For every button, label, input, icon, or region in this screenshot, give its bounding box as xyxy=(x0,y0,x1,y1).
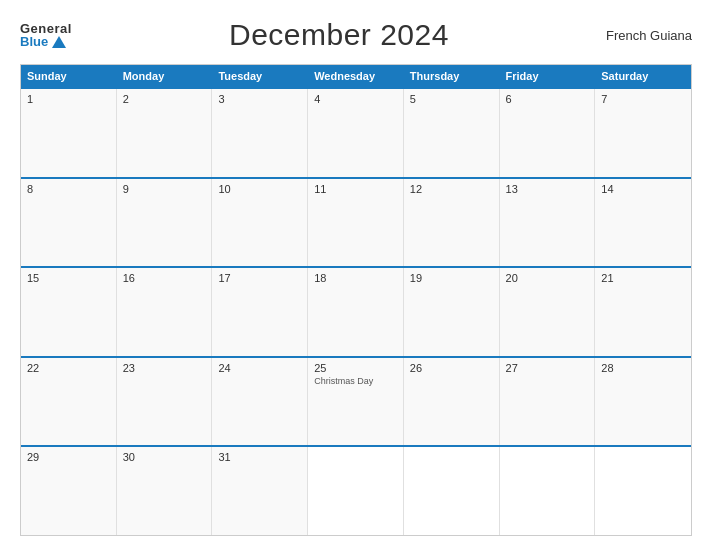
cell-17: 17 xyxy=(212,268,308,356)
col-header-thursday: Thursday xyxy=(404,65,500,87)
cell-14: 14 xyxy=(595,179,691,267)
logo-blue-row: Blue xyxy=(20,35,72,48)
col-header-monday: Monday xyxy=(117,65,213,87)
logo-triangle-icon xyxy=(52,36,66,48)
cell-24: 24 xyxy=(212,358,308,446)
calendar: Sunday Monday Tuesday Wednesday Thursday… xyxy=(20,64,692,536)
cell-10: 10 xyxy=(212,179,308,267)
cell-empty-4 xyxy=(595,447,691,535)
cell-1: 1 xyxy=(21,89,117,177)
cell-2: 2 xyxy=(117,89,213,177)
cell-9: 9 xyxy=(117,179,213,267)
cell-22: 22 xyxy=(21,358,117,446)
logo-blue-text: Blue xyxy=(20,35,48,48)
cell-21: 21 xyxy=(595,268,691,356)
cell-16: 16 xyxy=(117,268,213,356)
week-3: 15 16 17 18 19 20 21 xyxy=(21,266,691,356)
cell-11: 11 xyxy=(308,179,404,267)
cell-19: 19 xyxy=(404,268,500,356)
col-header-sunday: Sunday xyxy=(21,65,117,87)
cell-31: 31 xyxy=(212,447,308,535)
week-2: 8 9 10 11 12 13 14 xyxy=(21,177,691,267)
col-header-friday: Friday xyxy=(500,65,596,87)
page: General Blue December 2024 French Guiana… xyxy=(0,0,712,550)
calendar-weeks: 1 2 3 4 5 6 7 8 9 10 11 12 13 14 15 xyxy=(21,87,691,535)
cell-27: 27 xyxy=(500,358,596,446)
cell-30: 30 xyxy=(117,447,213,535)
col-header-wednesday: Wednesday xyxy=(308,65,404,87)
week-4: 22 23 24 25 Christmas Day 26 27 28 xyxy=(21,356,691,446)
calendar-header-row: Sunday Monday Tuesday Wednesday Thursday… xyxy=(21,65,691,87)
cell-13: 13 xyxy=(500,179,596,267)
col-header-tuesday: Tuesday xyxy=(212,65,308,87)
cell-8: 8 xyxy=(21,179,117,267)
logo: General Blue xyxy=(20,22,72,48)
christmas-day-label: Christmas Day xyxy=(314,376,397,386)
cell-18: 18 xyxy=(308,268,404,356)
cell-20: 20 xyxy=(500,268,596,356)
cell-empty-2 xyxy=(404,447,500,535)
cell-empty-1 xyxy=(308,447,404,535)
cell-7: 7 xyxy=(595,89,691,177)
cell-4: 4 xyxy=(308,89,404,177)
cell-28: 28 xyxy=(595,358,691,446)
col-header-saturday: Saturday xyxy=(595,65,691,87)
calendar-title: December 2024 xyxy=(229,18,449,52)
cell-3: 3 xyxy=(212,89,308,177)
cell-15: 15 xyxy=(21,268,117,356)
region-label: French Guiana xyxy=(606,28,692,43)
cell-5: 5 xyxy=(404,89,500,177)
cell-6: 6 xyxy=(500,89,596,177)
cell-26: 26 xyxy=(404,358,500,446)
cell-25: 25 Christmas Day xyxy=(308,358,404,446)
week-5: 29 30 31 xyxy=(21,445,691,535)
cell-23: 23 xyxy=(117,358,213,446)
header: General Blue December 2024 French Guiana xyxy=(20,18,692,52)
cell-empty-3 xyxy=(500,447,596,535)
cell-12: 12 xyxy=(404,179,500,267)
week-1: 1 2 3 4 5 6 7 xyxy=(21,87,691,177)
cell-29: 29 xyxy=(21,447,117,535)
